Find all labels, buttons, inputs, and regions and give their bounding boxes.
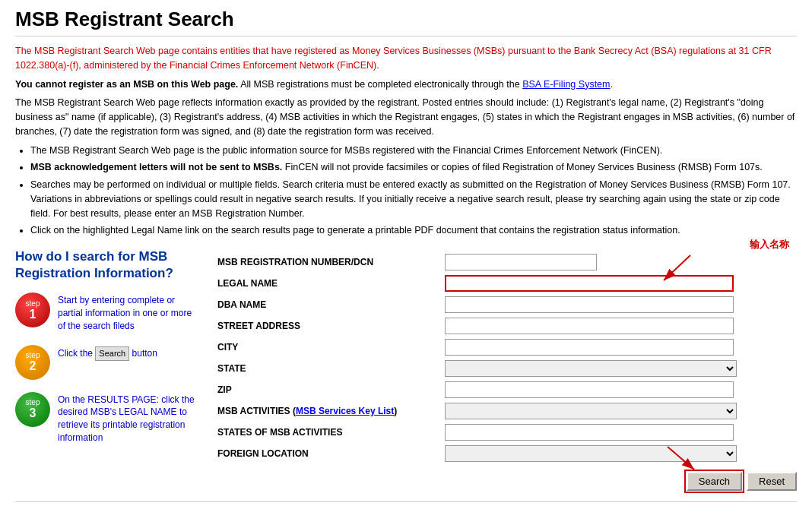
input-states-msb-activities[interactable]: [445, 424, 734, 441]
label-zip: ZIP: [213, 379, 440, 400]
button-row: Search Reset: [213, 472, 797, 491]
field-legal-name: LEGAL NAME: [213, 273, 797, 294]
input-cell-street-address: [440, 315, 797, 337]
field-foreign-location: FOREIGN LOCATION: [213, 443, 797, 464]
input-dba-name[interactable]: [445, 296, 734, 313]
input-cell-msb-activities: [440, 400, 797, 422]
label-city: CITY: [213, 337, 440, 358]
info-bullets: The MSB Registrant Search Web page is th…: [30, 144, 797, 239]
info-section: The MSB Registrant Search Web page conta…: [15, 44, 797, 238]
step1-circle: step 1: [15, 293, 50, 327]
input-msb-reg-number[interactable]: [445, 254, 597, 270]
step1-text: Start by entering complete or partial in…: [58, 293, 198, 332]
step3-circle: step 3: [15, 392, 50, 427]
msb-services-key-list-link[interactable]: MSB Services Key List: [296, 406, 394, 416]
field-states-msb-activities: STATES OF MSB ACTIVITIES 2、点击查询: [213, 422, 797, 443]
annotation1: 输入名称: [750, 238, 789, 251]
step3-text: On the RESULTS PAGE: click the desired M…: [58, 392, 198, 444]
footer-section: View/download all currently registered M…: [15, 501, 797, 506]
info-paragraph1: The MSB Registrant Search Web page conta…: [15, 44, 797, 73]
step2-row: step 2 Click the Search button: [15, 345, 198, 380]
bsa-efiling-link[interactable]: BSA E-Filing System: [522, 79, 610, 90]
info-paragraph3: The MSB Registrant Search Web page refle…: [15, 96, 797, 138]
label-dba-name: DBA NAME: [213, 294, 440, 315]
select-msb-activities[interactable]: [445, 403, 737, 419]
select-state[interactable]: AL AK AZ CA TX: [445, 360, 737, 377]
input-cell-city: [440, 337, 797, 358]
field-street-address: STREET ADDRESS: [213, 315, 797, 337]
field-msb-activities: MSB ACTIVITIES (MSB Services Key List): [213, 400, 797, 422]
input-zip[interactable]: [445, 381, 734, 398]
input-legal-name[interactable]: [445, 275, 734, 292]
step2-circle: step 2: [15, 345, 50, 380]
field-msb-reg-number: MSB REGISTRATION NUMBER/DCN: [213, 251, 797, 273]
page-title: MSB Registrant Search: [15, 8, 797, 36]
input-cell-state: AL AK AZ CA TX: [440, 358, 797, 379]
left-panel: How do I search for MSB Registration Inf…: [15, 248, 198, 491]
field-dba-name: DBA NAME: [213, 294, 797, 315]
input-cell-dba-name: [440, 294, 797, 315]
label-legal-name: LEGAL NAME: [213, 273, 440, 294]
step2-text: Click the Search button: [58, 345, 157, 361]
input-cell-foreign-location: [440, 443, 797, 464]
info-paragraph2: You cannot register as an MSB on this We…: [15, 77, 797, 92]
input-street-address[interactable]: [445, 318, 734, 334]
field-city: CITY: [213, 337, 797, 358]
label-msb-activities: MSB ACTIVITIES (MSB Services Key List): [213, 400, 440, 422]
step3-row: step 3 On the RESULTS PAGE: click the de…: [15, 392, 198, 444]
search-form: MSB REGISTRATION NUMBER/DCN LEGAL NAME D…: [213, 251, 797, 464]
field-state: STATE AL AK AZ CA TX: [213, 358, 797, 379]
field-zip: ZIP: [213, 379, 797, 400]
label-state: STATE: [213, 358, 440, 379]
label-msb-reg-number: MSB REGISTRATION NUMBER/DCN: [213, 251, 440, 273]
select-foreign-location[interactable]: [445, 445, 737, 462]
reset-button[interactable]: Reset: [747, 472, 797, 491]
input-cell-legal-name: [440, 273, 797, 294]
search-button[interactable]: Search: [687, 472, 742, 491]
input-city[interactable]: [445, 339, 734, 356]
bullet-3: Searches may be performed on individual …: [30, 178, 797, 220]
step2-search-label: Search: [95, 346, 129, 361]
main-content: How do I search for MSB Registration Inf…: [15, 248, 797, 491]
right-panel: 输入名称 MSB REGISTRATION NUMBER/DCN LEGAL N…: [213, 248, 797, 491]
input-cell-zip: [440, 379, 797, 400]
bullet-2: MSB acknowledgement letters will not be …: [30, 160, 797, 175]
step1-row: step 1 Start by entering complete or par…: [15, 293, 198, 332]
bullet-4: Click on the highlighted Legal Name link…: [30, 223, 797, 238]
input-cell-states-msb-activities: 2、点击查询: [440, 422, 797, 443]
left-panel-heading: How do I search for MSB Registration Inf…: [15, 248, 198, 282]
label-foreign-location: FOREIGN LOCATION: [213, 443, 440, 464]
bullet-1: The MSB Registrant Search Web page is th…: [30, 144, 797, 158]
label-street-address: STREET ADDRESS: [213, 315, 440, 337]
label-states-msb-activities: STATES OF MSB ACTIVITIES: [213, 422, 440, 443]
input-cell-msb-reg-number: [440, 251, 797, 273]
